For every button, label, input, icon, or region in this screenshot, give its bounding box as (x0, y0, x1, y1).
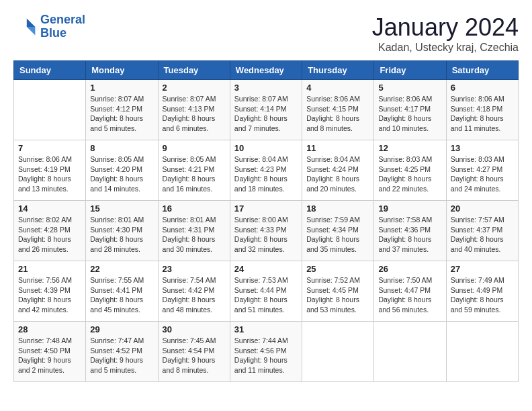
calendar-cell: 27Sunrise: 7:49 AM Sunset: 4:49 PM Dayli… (446, 261, 518, 322)
day-info: Sunrise: 7:55 AM Sunset: 4:41 PM Dayligh… (90, 275, 153, 315)
title-block: January 2024 Kadan, Ustecky kraj, Czechi… (372, 13, 519, 54)
day-info: Sunrise: 7:45 AM Sunset: 4:54 PM Dayligh… (163, 336, 226, 375)
calendar-cell: 9Sunrise: 8:05 AM Sunset: 4:21 PM Daylig… (158, 140, 230, 201)
day-number: 17 (234, 203, 298, 214)
day-info: Sunrise: 8:02 AM Sunset: 4:28 PM Dayligh… (18, 215, 81, 255)
calendar-cell (14, 80, 86, 140)
day-info: Sunrise: 8:07 AM Sunset: 4:14 PM Dayligh… (234, 94, 298, 134)
day-number: 9 (163, 143, 226, 153)
calendar-cell (302, 322, 374, 382)
day-info: Sunrise: 8:01 AM Sunset: 4:30 PM Dayligh… (90, 215, 153, 255)
day-info: Sunrise: 8:00 AM Sunset: 4:33 PM Dayligh… (234, 215, 298, 255)
day-number: 31 (234, 324, 298, 334)
calendar-cell: 25Sunrise: 7:52 AM Sunset: 4:45 PM Dayli… (302, 261, 374, 322)
day-info: Sunrise: 8:07 AM Sunset: 4:13 PM Dayligh… (163, 94, 226, 134)
calendar-cell: 17Sunrise: 8:00 AM Sunset: 4:33 PM Dayli… (230, 201, 302, 261)
logo: General Blue (13, 13, 85, 40)
day-number: 13 (451, 143, 514, 153)
day-info: Sunrise: 8:06 AM Sunset: 4:15 PM Dayligh… (306, 94, 369, 134)
weekday-tuesday: Tuesday (158, 61, 230, 80)
day-info: Sunrise: 7:59 AM Sunset: 4:34 PM Dayligh… (306, 215, 369, 255)
day-info: Sunrise: 8:03 AM Sunset: 4:27 PM Dayligh… (451, 154, 514, 194)
day-number: 14 (18, 203, 81, 214)
day-number: 12 (378, 143, 441, 153)
day-number: 21 (18, 264, 81, 274)
calendar-cell: 4Sunrise: 8:06 AM Sunset: 4:15 PM Daylig… (302, 80, 374, 140)
day-info: Sunrise: 8:06 AM Sunset: 4:18 PM Dayligh… (451, 94, 514, 134)
calendar-body: 1Sunrise: 8:07 AM Sunset: 4:12 PM Daylig… (14, 80, 519, 382)
day-info: Sunrise: 8:05 AM Sunset: 4:21 PM Dayligh… (163, 154, 226, 194)
calendar-cell: 26Sunrise: 7:50 AM Sunset: 4:47 PM Dayli… (374, 261, 446, 322)
day-info: Sunrise: 8:06 AM Sunset: 4:17 PM Dayligh… (378, 94, 441, 134)
day-number: 2 (163, 83, 226, 93)
day-number: 11 (306, 143, 369, 153)
day-number: 27 (451, 264, 514, 274)
day-number: 24 (234, 264, 298, 274)
weekday-saturday: Saturday (446, 61, 518, 80)
calendar-cell: 18Sunrise: 7:59 AM Sunset: 4:34 PM Dayli… (302, 201, 374, 261)
calendar-cell: 1Sunrise: 8:07 AM Sunset: 4:12 PM Daylig… (86, 80, 158, 140)
calendar-header: SundayMondayTuesdayWednesdayThursdayFrid… (14, 61, 519, 80)
day-info: Sunrise: 7:58 AM Sunset: 4:36 PM Dayligh… (378, 215, 441, 255)
weekday-header-row: SundayMondayTuesdayWednesdayThursdayFrid… (14, 61, 519, 80)
calendar-cell: 12Sunrise: 8:03 AM Sunset: 4:25 PM Dayli… (374, 140, 446, 201)
day-number: 20 (451, 203, 514, 214)
day-number: 29 (90, 324, 153, 334)
calendar-cell: 23Sunrise: 7:54 AM Sunset: 4:42 PM Dayli… (158, 261, 230, 322)
weekday-wednesday: Wednesday (230, 61, 302, 80)
page-header: General Blue January 2024 Kadan, Ustecky… (13, 13, 519, 54)
calendar-cell: 10Sunrise: 8:04 AM Sunset: 4:23 PM Dayli… (230, 140, 302, 201)
day-info: Sunrise: 8:06 AM Sunset: 4:19 PM Dayligh… (18, 154, 81, 194)
day-info: Sunrise: 8:04 AM Sunset: 4:24 PM Dayligh… (306, 154, 369, 194)
day-info: Sunrise: 8:04 AM Sunset: 4:23 PM Dayligh… (234, 154, 298, 194)
calendar-cell (446, 322, 518, 382)
weekday-thursday: Thursday (302, 61, 374, 80)
calendar-cell: 28Sunrise: 7:48 AM Sunset: 4:50 PM Dayli… (14, 322, 86, 382)
day-number: 6 (451, 83, 514, 93)
day-number: 4 (306, 83, 369, 93)
calendar-cell: 29Sunrise: 7:47 AM Sunset: 4:52 PM Dayli… (86, 322, 158, 382)
main-title: January 2024 (372, 13, 519, 42)
calendar-cell: 16Sunrise: 8:01 AM Sunset: 4:31 PM Dayli… (158, 201, 230, 261)
day-number: 30 (163, 324, 226, 334)
calendar-week-1: 1Sunrise: 8:07 AM Sunset: 4:12 PM Daylig… (14, 80, 519, 140)
calendar-cell: 20Sunrise: 7:57 AM Sunset: 4:37 PM Dayli… (446, 201, 518, 261)
day-number: 8 (90, 143, 153, 153)
day-info: Sunrise: 8:01 AM Sunset: 4:31 PM Dayligh… (163, 215, 226, 255)
day-number: 7 (18, 143, 81, 153)
weekday-monday: Monday (86, 61, 158, 80)
calendar-cell: 8Sunrise: 8:05 AM Sunset: 4:20 PM Daylig… (86, 140, 158, 201)
svg-marker-1 (27, 27, 36, 36)
subtitle: Kadan, Ustecky kraj, Czechia (372, 42, 519, 54)
calendar-week-3: 14Sunrise: 8:02 AM Sunset: 4:28 PM Dayli… (14, 201, 519, 261)
day-number: 19 (378, 203, 441, 214)
day-number: 10 (234, 143, 298, 153)
day-info: Sunrise: 7:49 AM Sunset: 4:49 PM Dayligh… (451, 275, 514, 315)
calendar-cell: 6Sunrise: 8:06 AM Sunset: 4:18 PM Daylig… (446, 80, 518, 140)
day-number: 16 (163, 203, 226, 214)
day-info: Sunrise: 8:05 AM Sunset: 4:20 PM Dayligh… (90, 154, 153, 194)
day-number: 28 (18, 324, 81, 334)
calendar-cell: 31Sunrise: 7:44 AM Sunset: 4:56 PM Dayli… (230, 322, 302, 382)
weekday-friday: Friday (374, 61, 446, 80)
calendar-week-5: 28Sunrise: 7:48 AM Sunset: 4:50 PM Dayli… (14, 322, 519, 382)
day-info: Sunrise: 7:52 AM Sunset: 4:45 PM Dayligh… (306, 275, 369, 315)
calendar-cell: 24Sunrise: 7:53 AM Sunset: 4:44 PM Dayli… (230, 261, 302, 322)
day-info: Sunrise: 7:44 AM Sunset: 4:56 PM Dayligh… (234, 336, 298, 375)
calendar-week-2: 7Sunrise: 8:06 AM Sunset: 4:19 PM Daylig… (14, 140, 519, 201)
day-number: 5 (378, 83, 441, 93)
calendar-cell: 19Sunrise: 7:58 AM Sunset: 4:36 PM Dayli… (374, 201, 446, 261)
day-number: 26 (378, 264, 441, 274)
calendar-cell: 14Sunrise: 8:02 AM Sunset: 4:28 PM Dayli… (14, 201, 86, 261)
svg-marker-0 (27, 18, 36, 27)
day-info: Sunrise: 7:50 AM Sunset: 4:47 PM Dayligh… (378, 275, 441, 315)
day-number: 18 (306, 203, 369, 214)
day-info: Sunrise: 8:03 AM Sunset: 4:25 PM Dayligh… (378, 154, 441, 194)
calendar-week-4: 21Sunrise: 7:56 AM Sunset: 4:39 PM Dayli… (14, 261, 519, 322)
day-info: Sunrise: 7:53 AM Sunset: 4:44 PM Dayligh… (234, 275, 298, 315)
calendar-cell: 3Sunrise: 8:07 AM Sunset: 4:14 PM Daylig… (230, 80, 302, 140)
day-number: 22 (90, 264, 153, 274)
calendar-table: SundayMondayTuesdayWednesdayThursdayFrid… (13, 60, 519, 382)
day-number: 3 (234, 83, 298, 93)
calendar-cell: 11Sunrise: 8:04 AM Sunset: 4:24 PM Dayli… (302, 140, 374, 201)
